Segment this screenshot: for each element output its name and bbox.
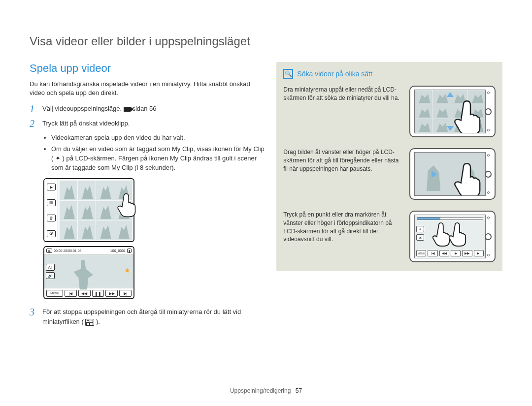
callout-row-2: Drag bilden åt vänster eller höger på LC… xyxy=(283,148,496,200)
swipe-hand-icon xyxy=(453,100,482,133)
right-column: 🔍 Söka videor på olika sätt Dra miniatyr… xyxy=(276,62,502,406)
arrow-up-icon xyxy=(447,92,454,97)
battery-icon: ▮ xyxy=(127,249,132,253)
footer-section: Uppspelning/redigering xyxy=(230,387,291,394)
swipe-hand-icon xyxy=(453,163,482,196)
step-2-text: Tryck lätt på önskat videoklipp. xyxy=(42,119,265,128)
chapter-title: Visa videor eller bilder i uppspelningsl… xyxy=(30,34,502,48)
all-icon: A xyxy=(416,226,424,232)
page-ref-arrow-icon xyxy=(124,107,131,112)
callout-box: 🔍 Söka videor på olika sätt Dra miniatyr… xyxy=(276,62,502,271)
bullet-2: Om du väljer en video som är taggad som … xyxy=(51,145,265,173)
volume-icon: 🔊 xyxy=(46,272,55,279)
ffwd-button: ▶▶ xyxy=(105,290,118,297)
progress-bar xyxy=(417,217,483,220)
tap-hand-icon xyxy=(116,193,137,218)
pause-button: ❚❚ xyxy=(92,290,104,297)
step-number: 3 xyxy=(30,307,37,326)
intro-text: Du kan förhandsgranska inspelade videor … xyxy=(30,80,265,97)
arrow-right-icon xyxy=(432,171,437,178)
photo-tab-icon: ▦ xyxy=(47,199,56,206)
device-illustration-3: A 🔊 MENU |◀ ◀◀ ▶ ▶▶ ▶| xyxy=(409,211,496,262)
next-button: ▶| xyxy=(119,290,132,297)
magnify-icon: 🔍 xyxy=(283,69,293,79)
page-footer: Uppspelning/redigering 57 xyxy=(0,387,532,394)
thumbnail-return-icon: ▦ xyxy=(46,249,52,253)
footer-page-number: 57 xyxy=(296,387,302,394)
callout-title: 🔍 Söka videor på olika sätt xyxy=(283,69,496,79)
step-1-text-a: Välj videouppspelningsläge. xyxy=(42,105,124,112)
camera-icon: ⦿ xyxy=(47,230,56,237)
step-number: 1 xyxy=(30,104,37,114)
callout-text-1: Dra miniatyrerna uppåt eller nedåt på LC… xyxy=(283,86,402,102)
step-3: 3 För att stoppa uppspelningen och återg… xyxy=(30,307,265,326)
step-3-text-a: För att stoppa uppspelningen och återgå … xyxy=(42,308,241,325)
volume-icon: 🔊 xyxy=(416,234,424,241)
section-title: Spela upp videor xyxy=(30,62,265,75)
bullet-1: Videokameran spela upp den video du har … xyxy=(51,133,265,143)
next-button: ▶| xyxy=(474,250,484,256)
callout-row-3: Tryck på en punkt eller dra markören åt … xyxy=(283,211,496,262)
player-counter: 100_0001 xyxy=(110,249,126,252)
all-filter-icon: All xyxy=(46,264,55,271)
video-tab-icon: ▶ xyxy=(47,184,56,190)
callout-text-2: Drag bilden åt vänster eller höger på LC… xyxy=(283,148,402,173)
step-1: 1 Välj videouppspelningsläge. sidan 56 xyxy=(30,104,265,114)
trash-icon: 🗑 xyxy=(47,215,56,221)
callout-title-text: Söka videor på olika sätt xyxy=(297,70,372,78)
step-1-text-b: sidan 56 xyxy=(132,105,156,112)
rewind-button: ◀◀ xyxy=(78,290,91,297)
player-illustration: ▦ 00:00:20/00:01:03 100_0001 ▮ All 🔊 ★ M… xyxy=(43,246,134,299)
step-2: 2 Tryck lätt på önskat videoklipp. xyxy=(30,119,265,128)
thumbnail-grid-illustration: ▶ ▦ 🗑 ⦿ xyxy=(43,178,134,242)
callout-text-3: Tryck på en punkt eller dra markören åt … xyxy=(283,211,402,244)
device-illustration-1 xyxy=(409,86,496,137)
player-time: 00:00:20/00:01:03 xyxy=(54,249,81,252)
device-illustration-2 xyxy=(409,148,496,200)
menu-button: MENU xyxy=(416,250,426,256)
left-column: Spela upp videor Du kan förhandsgranska … xyxy=(30,62,265,406)
myclip-star-icon: ★ xyxy=(124,266,131,274)
callout-row-1: Dra miniatyrerna uppåt eller nedåt på LC… xyxy=(283,86,496,137)
thumbnail-tab-icon xyxy=(85,319,94,326)
step-number: 2 xyxy=(30,119,37,128)
menu-button: MENU xyxy=(46,290,63,297)
step-3-text-b: ). xyxy=(94,318,100,325)
prev-button: |◀ xyxy=(65,290,77,297)
two-hand-drag-icon xyxy=(429,221,471,258)
